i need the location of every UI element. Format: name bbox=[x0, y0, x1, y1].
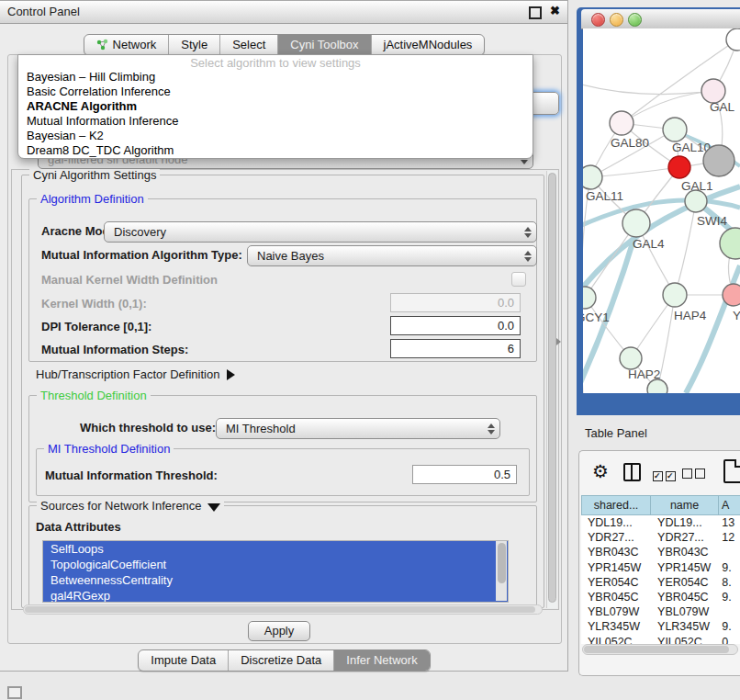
which-threshold-combo[interactable]: MI Threshold bbox=[216, 418, 500, 439]
kernel-width-field[interactable]: 0.0 bbox=[390, 293, 521, 312]
network-node-gal10[interactable] bbox=[663, 118, 687, 141]
table-row[interactable]: YDR27...YDR27...12 bbox=[581, 530, 740, 545]
attribute-item-topologicalcoefficient[interactable]: TopologicalCoefficient bbox=[43, 557, 508, 572]
network-node-gal1[interactable] bbox=[668, 156, 690, 178]
network-node-y[interactable] bbox=[723, 284, 740, 306]
zoom-traffic-light[interactable] bbox=[628, 13, 642, 27]
mi-steps-label: Mutual Information Steps: bbox=[41, 343, 188, 356]
node-label: GCY1 bbox=[583, 310, 610, 324]
hub-section-toggle[interactable]: Hub/Transcription Factor Definition bbox=[36, 367, 235, 381]
mi-algorithm-type-combo[interactable]: Naive Bayes bbox=[247, 245, 537, 266]
dpi-tolerance-label: DPI Tolerance [0,1]: bbox=[41, 320, 151, 333]
select-all-checkboxes-icon[interactable]: ✓✓ bbox=[653, 468, 678, 481]
algorithm-option-bayesian-k2[interactable]: Bayesian – K2 bbox=[18, 129, 533, 143]
dpi-tolerance-field[interactable]: 0.0 bbox=[390, 316, 521, 335]
network-node[interactable] bbox=[726, 28, 740, 51]
export-table-icon[interactable] bbox=[723, 459, 740, 483]
network-node-gal11[interactable] bbox=[583, 165, 602, 189]
table-cell: 8. bbox=[718, 575, 740, 590]
splitter-arrow-icon[interactable] bbox=[556, 338, 561, 345]
scrollbar-thumb[interactable] bbox=[584, 646, 729, 653]
table-row[interactable]: YBR043CYBR043C bbox=[581, 545, 740, 559]
sources-group-title[interactable]: Sources for Network Inference bbox=[37, 499, 224, 513]
algorithm-option-mutual-information-inference[interactable]: Mutual Information Inference bbox=[18, 114, 533, 129]
table-cell: YDR27... bbox=[581, 530, 650, 545]
algorithm-option-dream8-dc-tdc-algorithm[interactable]: Dream8 DC_TDC Algorithm bbox=[18, 143, 533, 158]
table-cell: YER054C bbox=[650, 575, 718, 590]
aracne-mode-combo[interactable]: Discovery bbox=[104, 221, 537, 243]
table-row[interactable]: YBR045CYBR045C9. bbox=[581, 590, 740, 604]
tab-label: jActiveMNodules bbox=[384, 38, 473, 51]
column-header-name[interactable]: name bbox=[650, 495, 718, 515]
float-window-icon[interactable] bbox=[529, 6, 542, 19]
attribute-item-gal4rgexp[interactable]: gal4RGexp bbox=[43, 588, 508, 603]
network-window-titlebar[interactable] bbox=[581, 9, 740, 29]
bottom-tab-impute-data[interactable]: Impute Data bbox=[139, 650, 229, 671]
table-row[interactable]: YLR345WYLR345W9. bbox=[581, 619, 740, 634]
combo-stepper-icon bbox=[520, 251, 536, 262]
algorithm-option-aracne-algorithm[interactable]: ARACNE Algorithm bbox=[18, 99, 533, 114]
algorithm-definition-title: Algorithm Definition bbox=[37, 192, 148, 206]
column-header-shared[interactable]: shared... bbox=[581, 495, 650, 515]
network-canvas[interactable]: GALGAL80GAL10GAL1GAL11GAL4SWI4GCY1HAP4YH… bbox=[583, 28, 740, 393]
table-cell: 12 bbox=[718, 530, 740, 545]
table-row[interactable]: YIL052CYIL052C0. bbox=[581, 635, 740, 645]
tab-style[interactable]: Style bbox=[169, 35, 220, 55]
columns-icon[interactable] bbox=[623, 463, 641, 481]
collapsed-panel-icon[interactable] bbox=[7, 686, 22, 699]
table-cell: YDL19... bbox=[650, 515, 718, 530]
network-node-swi4[interactable] bbox=[685, 190, 707, 212]
network-node[interactable] bbox=[647, 379, 667, 393]
network-node[interactable] bbox=[703, 145, 734, 176]
network-node-gal80[interactable] bbox=[610, 111, 633, 135]
table-row[interactable]: YPR145WYPR145W9. bbox=[581, 560, 740, 575]
minimize-traffic-light[interactable] bbox=[610, 13, 623, 27]
network-nodes[interactable]: GALGAL80GAL10GAL1GAL11GAL4SWI4GCY1HAP4YH… bbox=[583, 28, 740, 393]
table-horizontal-scrollbar[interactable] bbox=[582, 644, 738, 655]
mi-steps-field[interactable]: 6 bbox=[390, 339, 521, 358]
network-graph[interactable]: GALGAL80GAL10GAL1GAL11GAL4SWI4GCY1HAP4YH… bbox=[583, 28, 740, 393]
table-cell: YLR345W bbox=[650, 619, 718, 634]
horizontal-scrollbar[interactable] bbox=[23, 604, 543, 615]
bottom-tab-infer-network[interactable]: Infer Network bbox=[334, 650, 429, 671]
vertical-scrollbar[interactable] bbox=[546, 171, 557, 608]
algorithm-option-basic-correlation-inference[interactable]: Basic Correlation Inference bbox=[18, 85, 533, 99]
apply-button[interactable]: Apply bbox=[248, 621, 310, 641]
attributes-scrollbar[interactable] bbox=[496, 541, 507, 601]
attribute-item-selfloops[interactable]: SelfLoops bbox=[43, 541, 508, 557]
panel-title: Control Panel bbox=[7, 5, 80, 18]
mi-threshold-field[interactable]: 0.5 bbox=[412, 465, 517, 484]
tab-select[interactable]: Select bbox=[220, 35, 278, 55]
mi-algorithm-type-label: Mutual Information Algorithm Type: bbox=[41, 248, 242, 262]
network-node[interactable] bbox=[720, 228, 740, 259]
table-cell: YPR145W bbox=[581, 560, 650, 575]
tab-network[interactable]: Network bbox=[84, 35, 170, 55]
scrollbar-thumb[interactable] bbox=[498, 543, 506, 583]
table-row[interactable]: YER054CYER054C8. bbox=[581, 575, 740, 590]
tab-cyni-toolbox[interactable]: Cyni Toolbox bbox=[278, 35, 371, 55]
algorithm-dropdown[interactable]: Select algorithm to view settings Bayesi… bbox=[17, 54, 533, 159]
close-icon[interactable]: ✖ bbox=[550, 4, 560, 17]
dropdown-options: Bayesian – Hill ClimbingBasic Correlatio… bbox=[18, 70, 533, 159]
algorithm-option-bayesian-hill-climbing[interactable]: Bayesian – Hill Climbing bbox=[18, 70, 533, 85]
manual-kernel-checkbox[interactable] bbox=[511, 272, 526, 287]
network-node-hap2[interactable] bbox=[620, 347, 642, 369]
attribute-item-betweennesscentrality[interactable]: BetweennessCentrality bbox=[43, 572, 508, 588]
gear-icon[interactable]: ⚙ bbox=[592, 460, 609, 482]
network-node-hap4[interactable] bbox=[663, 283, 687, 307]
bottom-tab-discretize-data[interactable]: Discretize Data bbox=[229, 650, 334, 671]
deselect-all-checkboxes-icon[interactable] bbox=[682, 468, 708, 481]
scrollbar-thumb[interactable] bbox=[548, 173, 556, 603]
scrollbar-thumb[interactable] bbox=[25, 606, 535, 613]
hub-section-label: Hub/Transcription Factor Definition bbox=[36, 367, 219, 381]
table-row[interactable]: YBL079WYBL079W bbox=[581, 604, 740, 619]
network-node-gcy1[interactable] bbox=[583, 287, 596, 309]
table-cell: 9. bbox=[718, 560, 740, 575]
tab-jactivemnodules[interactable]: jActiveMNodules bbox=[372, 35, 485, 55]
table-row[interactable]: YDL19...YDL19...13 bbox=[581, 515, 740, 530]
data-attributes-list[interactable]: SelfLoopsTopologicalCoefficientBetweenne… bbox=[42, 540, 509, 603]
control-panel-window: Control Panel ✖ NetworkStyleSelectCyni T… bbox=[0, 0, 568, 672]
close-traffic-light[interactable] bbox=[591, 13, 605, 27]
network-node-gal4[interactable] bbox=[622, 209, 650, 237]
column-header-a[interactable]: A bbox=[718, 495, 740, 515]
